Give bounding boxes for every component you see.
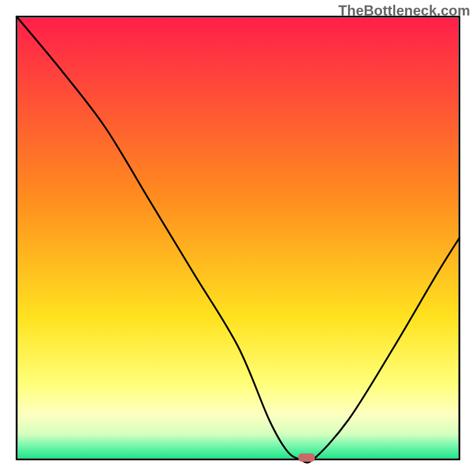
attribution-label: TheBottleneck.com	[339, 2, 470, 19]
optimal-marker	[298, 453, 315, 462]
chart-svg	[0, 0, 476, 476]
plot-background	[18, 18, 458, 458]
chart-root: TheBottleneck.com	[0, 0, 476, 476]
